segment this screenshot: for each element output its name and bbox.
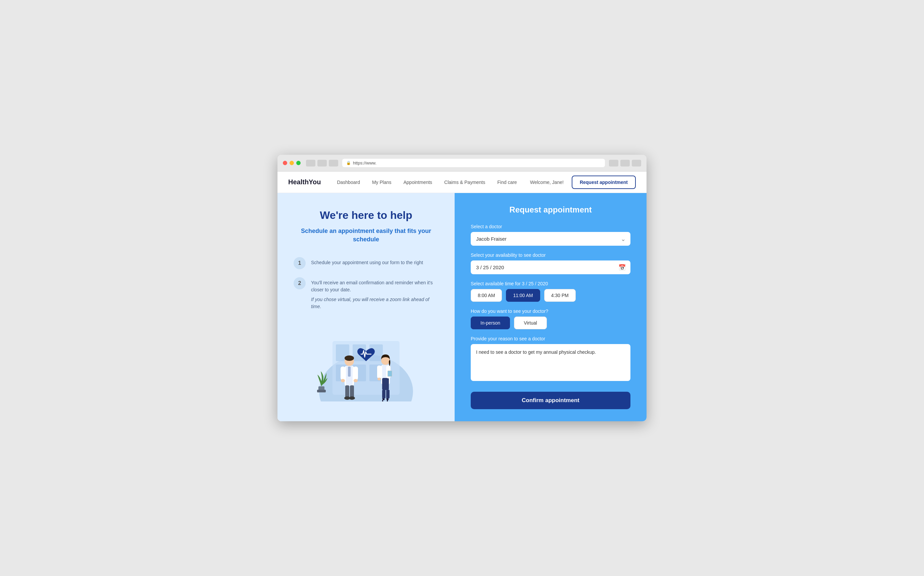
date-select-group: Select your availability to see doctor 📅 <box>471 253 630 274</box>
doctor-select[interactable]: Jacob Fraiser Dr. Smith Dr. Johnson <box>471 232 630 246</box>
time-slot-11am[interactable]: 11:00 AM <box>506 289 540 302</box>
availability-label: Select your availability to see doctor <box>471 253 630 258</box>
nav-logo: HealthYou <box>288 178 321 186</box>
request-appointment-button[interactable]: Request appointment <box>572 176 636 189</box>
main-area: We're here to help Schedule an appointme… <box>278 193 646 421</box>
reason-textarea[interactable]: I need to see a doctor to get my annual … <box>471 344 630 381</box>
browser-action-buttons <box>609 160 641 166</box>
nav-find-care[interactable]: Find care <box>497 179 517 185</box>
navbar: HealthYou Dashboard My Plans Appointment… <box>278 171 646 193</box>
step-2-text: You'll receive an email confirmation and… <box>311 277 439 293</box>
illustration-svg <box>294 321 439 402</box>
svg-rect-15 <box>353 366 358 380</box>
nav-my-plans[interactable]: My Plans <box>372 179 391 185</box>
svg-rect-19 <box>350 386 354 398</box>
nav-dashboard[interactable]: Dashboard <box>337 179 360 185</box>
nav-claims[interactable]: Claims & Payments <box>444 179 485 185</box>
svg-rect-18 <box>345 386 349 398</box>
visit-type-buttons: In-person Virtual <box>471 317 630 329</box>
svg-point-16 <box>341 379 345 382</box>
minimize-button[interactable] <box>290 161 294 165</box>
time-slot-430pm[interactable]: 4:30 PM <box>544 289 576 302</box>
svg-point-31 <box>377 378 381 380</box>
visit-type-group: How do you want to see your doctor? In-p… <box>471 309 630 329</box>
nav-right: Welcome, Jane! Request appointment <box>530 176 636 189</box>
visit-type-label: How do you want to see your doctor? <box>471 309 630 314</box>
nav-links: Dashboard My Plans Appointments Claims &… <box>337 179 530 185</box>
refresh-button[interactable] <box>329 160 338 166</box>
time-slot-8am[interactable]: 8:00 AM <box>471 289 502 302</box>
time-slots-container: 8:00 AM 11:00 AM 4:30 PM <box>471 289 630 302</box>
step-1-number: 1 <box>294 257 306 269</box>
right-panel: Request appointment Select a doctor Jaco… <box>455 193 646 421</box>
svg-rect-27 <box>377 366 381 378</box>
svg-rect-14 <box>340 366 345 380</box>
left-panel: We're here to help Schedule an appointme… <box>278 193 455 421</box>
svg-point-17 <box>354 379 357 382</box>
share-button[interactable] <box>609 160 618 166</box>
virtual-button[interactable]: Virtual <box>514 317 547 329</box>
nav-appointments[interactable]: Appointments <box>404 179 432 185</box>
forward-button[interactable] <box>318 160 327 166</box>
address-bar[interactable]: 🔒 https://www. <box>342 159 605 167</box>
svg-rect-30 <box>388 371 392 376</box>
svg-rect-35 <box>387 400 388 402</box>
in-person-button[interactable]: In-person <box>471 317 510 329</box>
svg-rect-32 <box>382 390 386 398</box>
step-list: 1 Schedule your appointment using our fo… <box>294 257 439 310</box>
date-input[interactable] <box>471 261 630 274</box>
time-label: Select available time for 3 / 25 / 2020 <box>471 281 630 286</box>
browser-titlebar: 🔒 https://www. <box>278 155 646 171</box>
welcome-text: Welcome, Jane! <box>530 179 564 185</box>
reason-group: Provide your reason to see a doctor I ne… <box>471 336 630 382</box>
lock-icon: 🔒 <box>346 161 351 165</box>
svg-rect-34 <box>382 400 383 402</box>
back-button[interactable] <box>306 160 315 166</box>
hero-image <box>294 321 439 402</box>
tab-button[interactable] <box>620 160 630 166</box>
hero-subtitle: Schedule an appointment easily that fits… <box>294 227 439 244</box>
hero-title: We're here to help <box>294 209 439 222</box>
browser-controls <box>306 160 338 166</box>
menu-button[interactable] <box>632 160 641 166</box>
traffic-lights <box>283 161 301 165</box>
svg-rect-33 <box>386 390 389 398</box>
close-button[interactable] <box>283 161 287 165</box>
form-title: Request appointment <box>471 205 630 214</box>
doctor-select-wrapper: Jacob Fraiser Dr. Smith Dr. Johnson ⌄ <box>471 232 630 246</box>
step-2-content: You'll receive an email confirmation and… <box>311 277 439 310</box>
svg-point-21 <box>349 397 355 400</box>
page-content: HealthYou Dashboard My Plans Appointment… <box>278 171 646 421</box>
svg-rect-13 <box>348 366 351 377</box>
svg-point-22 <box>345 355 354 361</box>
date-wrapper: 📅 <box>471 261 630 274</box>
step-2-note: If you chose virtual, you will receive a… <box>311 296 439 310</box>
time-slot-group: Select available time for 3 / 25 / 2020 … <box>471 281 630 302</box>
step-2: 2 You'll receive an email confirmation a… <box>294 277 439 310</box>
step-1: 1 Schedule your appointment using our fo… <box>294 257 439 269</box>
confirm-appointment-button[interactable]: Confirm appointment <box>471 392 630 409</box>
reason-label: Provide your reason to see a doctor <box>471 336 630 341</box>
svg-rect-26 <box>382 378 389 390</box>
step-2-number: 2 <box>294 277 306 290</box>
maximize-button[interactable] <box>296 161 301 165</box>
svg-rect-9 <box>317 390 326 392</box>
step-1-text: Schedule your appointment using our form… <box>311 257 423 266</box>
address-text: https://www. <box>353 160 377 165</box>
doctor-select-group: Select a doctor Jacob Fraiser Dr. Smith … <box>471 224 630 246</box>
browser-window: 🔒 https://www. HealthYou Dashboard My Pl… <box>278 155 646 421</box>
doctor-label: Select a doctor <box>471 224 630 229</box>
